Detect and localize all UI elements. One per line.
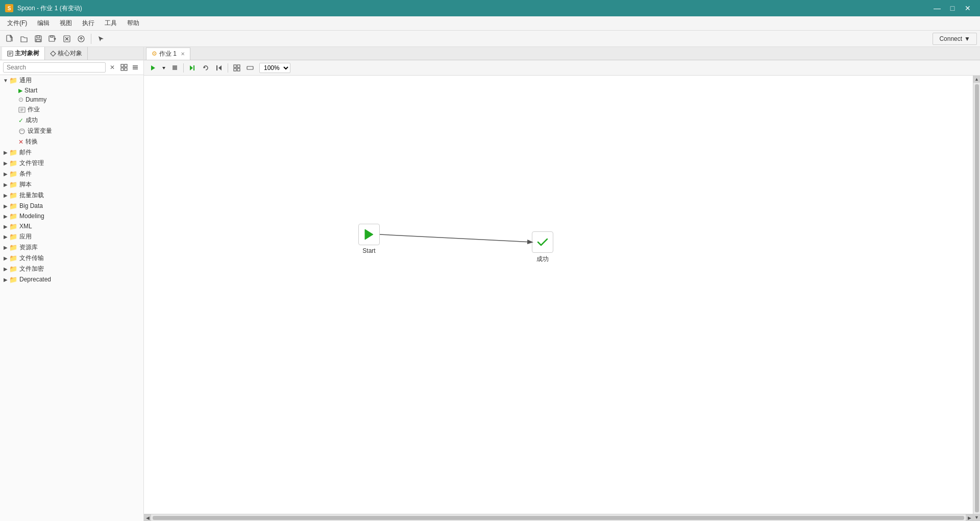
zoom-select[interactable]: 50% 75% 100% 125% 150% 200% xyxy=(259,63,290,73)
success-node-label: 成功 xyxy=(536,255,549,264)
canvas-node-success[interactable]: 成功 xyxy=(532,231,553,264)
canvas-tab-icon: ⚙ xyxy=(152,50,157,57)
save-button[interactable] xyxy=(32,32,45,45)
tree-item-bulkload[interactable]: ▶ 📁 批量加载 xyxy=(0,190,143,201)
scroll-left-button[interactable]: ◀ xyxy=(144,514,151,522)
folder-icon-filemanage: 📁 xyxy=(9,159,17,168)
folder-icon-bigdata: 📁 xyxy=(9,202,17,210)
minimize-button[interactable]: — xyxy=(930,2,944,14)
scroll-down-button[interactable]: ▼ xyxy=(973,514,981,521)
tree-arrow-condition[interactable]: ▶ xyxy=(2,171,9,178)
tree-item-filemanage[interactable]: ▶ 📁 文件管理 xyxy=(0,158,143,169)
stop-button[interactable] xyxy=(168,62,181,74)
folder-icon-app: 📁 xyxy=(9,233,17,241)
canvas-tab-job1[interactable]: ⚙ 作业 1 ✕ xyxy=(146,48,190,60)
tree-arrow-filetransfer[interactable]: ▶ xyxy=(2,255,9,262)
tab-main-objects[interactable]: 主对象树 xyxy=(2,47,45,60)
tree-item-mail[interactable]: ▶ 📁 邮件 xyxy=(0,147,143,158)
search-icon-group xyxy=(119,62,140,73)
menu-run[interactable]: 执行 xyxy=(77,17,100,30)
folder-icon-xml: 📁 xyxy=(9,222,17,230)
hscroll-track[interactable] xyxy=(153,516,964,520)
run-step-button[interactable] xyxy=(186,62,199,74)
tree-child-start[interactable]: ▶ Start xyxy=(0,86,143,95)
folder-icon-fileencrypt: 📁 xyxy=(9,265,17,273)
tab-core-objects[interactable]: 核心对象 xyxy=(45,47,88,60)
tree-child-transform[interactable]: ✕ 转换 xyxy=(0,136,143,147)
tree-item-bigdata[interactable]: ▶ 📁 Big Data xyxy=(0,201,143,211)
tree-arrow-modeling[interactable]: ▶ xyxy=(2,212,9,220)
step-back-button[interactable] xyxy=(213,62,225,74)
tree-item-filetransfer[interactable]: ▶ 📁 文件传输 xyxy=(0,253,143,264)
connection-svg xyxy=(144,76,973,514)
connection-line xyxy=(380,234,532,242)
tree-arrow-bulkload[interactable]: ▶ xyxy=(2,192,9,199)
tree-item-repo[interactable]: ▶ 📁 资源库 xyxy=(0,242,143,253)
tree-arrow-app[interactable]: ▶ xyxy=(2,233,9,241)
tree-label-setvariable: 设置变量 xyxy=(28,127,52,135)
tree-arrow-bigdata[interactable]: ▶ xyxy=(2,202,9,209)
tree-arrow-filemanage[interactable]: ▶ xyxy=(2,160,9,167)
tree-item-xml[interactable]: ▶ 📁 XML xyxy=(0,221,143,231)
tree-item-modeling[interactable]: ▶ 📁 Modeling xyxy=(0,211,143,221)
new-button[interactable] xyxy=(3,32,16,45)
menu-view[interactable]: 视图 xyxy=(55,17,77,30)
svg-rect-33 xyxy=(173,65,177,70)
tree-child-setvariable[interactable]: 设置变量 xyxy=(0,126,143,136)
tree-item-fileencrypt[interactable]: ▶ 📁 文件加密 xyxy=(0,264,143,274)
tree-child-dummy[interactable]: ⊙ Dummy xyxy=(0,95,143,104)
align-button[interactable] xyxy=(231,62,243,74)
tree-item-script[interactable]: ▶ 📁 脚本 xyxy=(0,179,143,190)
tree-arrow-fileencrypt[interactable]: ▶ xyxy=(2,266,9,273)
menu-help[interactable]: 帮助 xyxy=(122,17,144,30)
svg-rect-19 xyxy=(121,68,124,70)
connect-button[interactable]: Connect ▼ xyxy=(933,33,977,45)
tree-arrow-script[interactable]: ▶ xyxy=(2,181,9,188)
search-collapse-icon[interactable] xyxy=(130,62,140,73)
tree-arrow-xml[interactable]: ▶ xyxy=(2,223,9,230)
scroll-right-button[interactable]: ▶ xyxy=(966,514,973,522)
tree-arrow-repo[interactable]: ▶ xyxy=(2,244,9,251)
search-clear-button[interactable]: ✕ xyxy=(108,63,117,72)
canvas-node-start[interactable]: Start xyxy=(358,224,380,254)
scroll-up-button[interactable]: ▲ xyxy=(973,76,981,83)
save-as-button[interactable] xyxy=(46,32,59,45)
menu-file[interactable]: 文件(F) xyxy=(2,17,32,30)
collapse-button[interactable] xyxy=(244,62,256,74)
menu-tools[interactable]: 工具 xyxy=(100,17,122,30)
close-button[interactable]: ✕ xyxy=(961,2,975,14)
canvas-tab-close-icon[interactable]: ✕ xyxy=(181,51,185,57)
close-tab-button[interactable] xyxy=(60,32,74,45)
maximize-button[interactable]: □ xyxy=(945,2,960,14)
run-dropdown-button[interactable] xyxy=(160,62,167,74)
tree-item-general[interactable]: ▼ 📁 通用 xyxy=(0,75,143,86)
canvas-area[interactable]: Start 成功 xyxy=(144,76,973,514)
tree-label-mail: 邮件 xyxy=(19,148,32,157)
canvas-bottom-scrollbar[interactable]: ◀ ▶ xyxy=(144,514,973,521)
tree-arrow-deprecated[interactable]: ▶ xyxy=(2,276,9,283)
tree-item-deprecated[interactable]: ▶ 📁 Deprecated xyxy=(0,274,143,285)
tree-label-condition: 条件 xyxy=(19,170,32,178)
search-input[interactable] xyxy=(3,62,106,73)
tree-label-start: Start xyxy=(24,87,37,94)
menu-edit[interactable]: 编辑 xyxy=(32,17,55,30)
tree-child-success[interactable]: ✓ 成功 xyxy=(0,115,143,126)
vscroll-track[interactable] xyxy=(975,84,979,512)
canvas-toolbar: 50% 75% 100% 125% 150% 200% xyxy=(144,60,980,76)
arrow-button[interactable] xyxy=(94,32,108,45)
start-node-label: Start xyxy=(362,247,375,254)
replay-button[interactable] xyxy=(200,62,212,74)
transform-child-icon: ✕ xyxy=(18,138,23,146)
search-expand-icon[interactable] xyxy=(119,62,129,73)
tree-item-condition[interactable]: ▶ 📁 条件 xyxy=(0,169,143,179)
success-check-icon xyxy=(535,235,550,249)
tree-item-app[interactable]: ▶ 📁 应用 xyxy=(0,231,143,242)
run-button[interactable] xyxy=(147,62,159,74)
tree-arrow-general[interactable]: ▼ xyxy=(2,77,9,84)
canvas-right-scrollbar[interactable]: ▲ ▼ xyxy=(973,76,980,521)
publish-button[interactable] xyxy=(75,32,88,45)
app-icon: S xyxy=(5,4,13,12)
tree-arrow-mail[interactable]: ▶ xyxy=(2,149,9,156)
tree-child-job[interactable]: 作业 xyxy=(0,104,143,115)
open-button[interactable] xyxy=(17,32,31,45)
